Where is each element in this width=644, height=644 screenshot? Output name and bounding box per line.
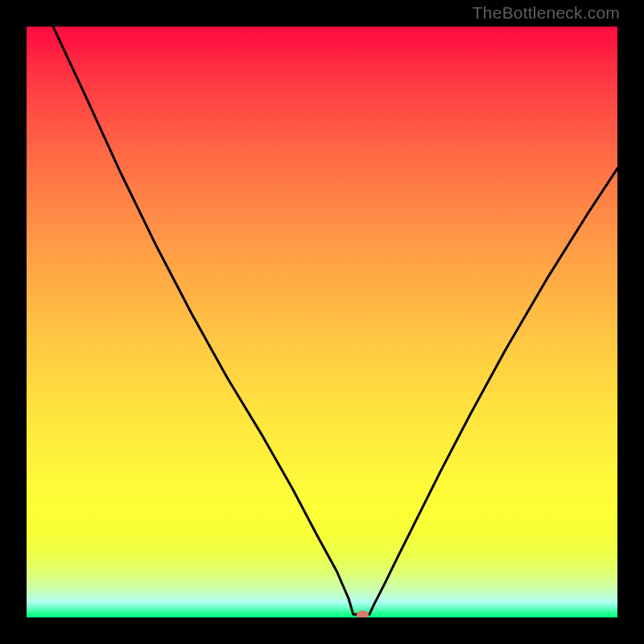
optimal-point-marker bbox=[357, 610, 369, 617]
plot-area bbox=[27, 27, 617, 617]
curve-layer bbox=[27, 27, 617, 617]
chart-frame: TheBottleneck.com bbox=[0, 0, 644, 644]
watermark-text: TheBottleneck.com bbox=[473, 3, 620, 23]
bottleneck-curve bbox=[27, 27, 617, 614]
